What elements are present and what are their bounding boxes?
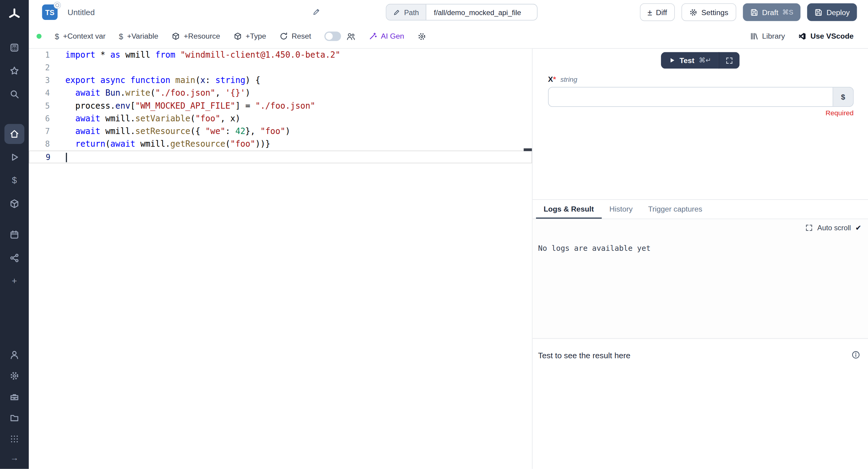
test-button[interactable]: Test ⌘↵ [661,52,719,68]
line-number: 4 [29,87,50,100]
library-button[interactable]: Library [750,32,785,40]
play-icon [9,152,19,162]
test-button-label: Test [680,56,694,65]
diff-button[interactable]: ± Diff [640,3,675,21]
code-line-4[interactable]: 4 await Bun.write("./foo.json", '{}') [29,87,532,100]
script-title[interactable]: Untitled [68,8,95,17]
add-type-button[interactable]: +Type [233,32,266,40]
scrollbar-cursor-mark[interactable] [524,149,532,151]
arg-input[interactable] [548,87,854,107]
sidebar-item-apps-grid[interactable] [4,429,25,449]
add-context-var-button[interactable]: $ +Context var [55,32,105,40]
code-line-8[interactable]: 8 return(await wmill.getResource("foo"))… [29,138,532,151]
sidebar-item-favorites[interactable] [4,61,25,81]
sidebar-item-schedules[interactable] [4,225,25,245]
language-badge[interactable]: TS [42,4,57,20]
line-number: 3 [29,74,50,87]
gear-icon [417,32,426,40]
info-button[interactable] [851,350,860,359]
sidebar-item-folders[interactable] [4,408,25,428]
main-area: TS Untitled Path f/all/demo_mocked_api_f… [29,0,868,469]
search-icon [9,89,19,99]
sidebar-item-account[interactable] [4,345,25,365]
sidebar-item-search[interactable] [4,84,25,104]
sidebar-item-resources[interactable] [4,194,25,214]
sidebar-item-calculator[interactable] [4,38,25,58]
users-icon [346,32,355,40]
grid-dots-icon [9,434,19,444]
add-resource-label: +Resource [184,32,220,40]
tab-trigger-captures[interactable]: Trigger captures [641,200,710,219]
use-vscode-button[interactable]: Use VScode [798,32,854,40]
result-tabs: Logs & ResultHistoryTrigger captures [533,199,868,219]
draft-button-label: Draft [762,8,778,17]
sidebar-item-runs[interactable] [4,147,25,167]
add-variable-label: +Variable [127,32,158,40]
code-line-5[interactable]: 5 process.env["WM_MOCKED_API_FILE"] = ".… [29,100,532,112]
path-editor[interactable]: Path f/all/demo_mocked_api_file [386,4,537,21]
gear-icon [689,8,698,17]
status-dot-icon [36,34,42,39]
sidebar-item-workers[interactable] [4,387,25,407]
edit-title-pencil-icon[interactable] [312,8,320,16]
badge-sticker-icon [54,2,61,9]
path-value[interactable]: f/all/demo_mocked_api_file [426,4,537,20]
test-fullscreen-button[interactable] [719,52,740,68]
editor-toolbar: $ +Context var $ +Variable +Resource +Ty… [29,25,868,49]
auto-scroll-control[interactable]: Auto scroll ✔ [806,224,861,232]
add-context-var-label: +Context var [63,32,105,40]
code-line-3[interactable]: 3export async function main(x: string) { [29,74,532,87]
path-label-segment: Path [386,4,426,20]
logs-empty-message: No logs are available yet [538,244,651,252]
editor-settings-button[interactable] [417,32,426,40]
topbar: TS Untitled Path f/all/demo_mocked_api_f… [29,0,868,25]
draft-button[interactable]: Draft ⌘S [743,3,800,21]
add-resource-button[interactable]: +Resource [172,32,220,40]
code-line-6[interactable]: 6 await wmill.setVariable("foo", x) [29,112,532,125]
use-vscode-label: Use VScode [810,32,854,40]
sidebar-item-create[interactable]: + [4,271,25,291]
sidebar-item-variables[interactable]: $ [4,170,25,190]
app-window: $ + [0,0,868,469]
folder-icon [9,413,19,423]
code-line-2[interactable]: 2 [29,62,532,74]
code-line-9[interactable]: 9 [29,151,532,163]
windmill-logo-icon[interactable] [7,7,22,22]
line-number: 6 [29,112,50,125]
insert-variable-button[interactable]: $ [833,88,853,106]
cube-icon [172,32,180,40]
share-nodes-icon [9,253,19,263]
diff-icon: ± [647,8,652,17]
deploy-button[interactable]: Deploy [807,3,857,21]
ai-gen-label: AI Gen [381,32,404,40]
windmill-logo-glyph [8,8,21,21]
sidebar-item-home[interactable] [4,124,25,144]
dollar-icon: $ [12,176,17,185]
arg-type: string [560,76,577,84]
add-variable-button[interactable]: $ +Variable [119,32,158,40]
info-icon [851,350,860,359]
collab-toggle[interactable] [324,32,341,41]
code-line-7[interactable]: 7 await wmill.setResource({ "we": 42}, "… [29,125,532,138]
path-pencil-icon [393,8,400,16]
code-editor[interactable]: 1import * as wmill from "windmill-client… [29,49,532,469]
refresh-icon [279,32,288,40]
sidebar-collapse-button[interactable]: → [4,450,25,465]
sidebar-item-settings[interactable] [4,366,25,386]
arg-name: X* [548,75,556,84]
star-icon [9,66,19,76]
save-icon [814,8,823,17]
test-kbd-hint: ⌘↵ [699,57,711,64]
sidebar-item-triggers[interactable] [4,248,25,268]
code-line-1[interactable]: 1import * as wmill from "windmill-client… [29,49,532,61]
tab-logs-result[interactable]: Logs & Result [536,200,602,219]
line-number: 2 [29,62,50,74]
settings-button[interactable]: Settings [681,3,736,21]
reset-button[interactable]: Reset [279,32,311,40]
ai-gen-button[interactable]: AI Gen [369,32,404,40]
save-icon [750,8,758,17]
dollar-icon: $ [55,32,59,40]
tab-history[interactable]: History [601,200,640,219]
code-lines: 1import * as wmill from "windmill-client… [29,49,532,163]
user-icon [9,350,19,360]
